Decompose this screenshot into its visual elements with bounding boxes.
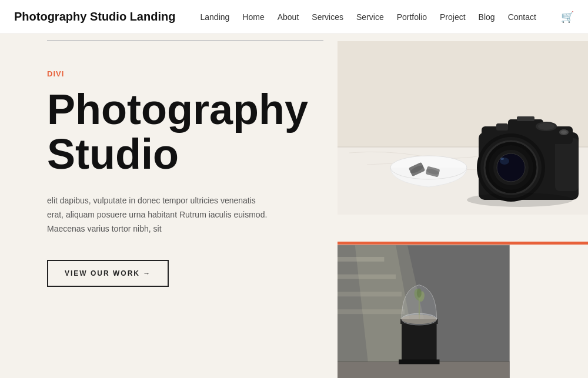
cart-icon[interactable]: 🛒 (561, 11, 574, 24)
nav-link-about[interactable]: About (278, 12, 299, 22)
nav-item-landing[interactable]: Landing (201, 12, 230, 22)
svg-rect-37 (338, 292, 402, 296)
svg-rect-12 (555, 138, 579, 191)
svg-rect-15 (517, 116, 534, 121)
nav-link-contact[interactable]: Contact (508, 12, 536, 22)
svg-point-48 (417, 289, 422, 298)
still-scene-svg (338, 245, 510, 378)
svg-point-49 (402, 315, 436, 324)
hero-title-line2: Studio (47, 131, 179, 178)
svg-rect-38 (338, 309, 405, 314)
nav-item-about[interactable]: About (278, 12, 299, 22)
photo-bottom (338, 245, 510, 378)
nav-item-portfolio[interactable]: Portfolio (397, 12, 427, 22)
nav-link-blog[interactable]: Blog (479, 12, 495, 22)
nav-item-project[interactable]: Project (440, 12, 466, 22)
nav-item-service[interactable]: Service (356, 12, 384, 22)
nav-links: Landing Home About Services Service Port… (201, 12, 536, 22)
nav-item-services[interactable]: Services (312, 12, 343, 22)
view-work-button[interactable]: VIEW OUR WORK → (47, 260, 169, 287)
svg-point-27 (500, 158, 504, 160)
navbar: Photography Studio Landing Landing Home … (0, 0, 588, 34)
hero-title-line1: Photography (47, 86, 308, 133)
nav-link-service[interactable]: Service (356, 12, 384, 22)
svg-point-31 (467, 193, 573, 207)
camera-photo (338, 41, 588, 215)
divi-label: DIVI (47, 69, 308, 78)
svg-point-30 (561, 131, 567, 134)
hero-section: DIVI Photography Studio elit dapibus, vu… (0, 34, 588, 378)
svg-rect-28 (496, 123, 508, 131)
nav-link-home[interactable]: Home (242, 12, 264, 22)
hero-description: elit dapibus, vulputate in donec tempor … (47, 194, 270, 236)
svg-rect-36 (338, 275, 396, 279)
hero-left-content: DIVI Photography Studio elit dapibus, vu… (0, 34, 338, 378)
nav-link-project[interactable]: Project (440, 12, 466, 22)
nav-link-landing[interactable]: Landing (201, 12, 230, 22)
nav-item-blog[interactable]: Blog (479, 12, 495, 22)
camera-scene-svg (338, 41, 588, 215)
nav-item-contact[interactable]: Contact (508, 12, 536, 22)
svg-rect-42 (399, 359, 439, 364)
still-photo (338, 245, 510, 378)
nav-link-services[interactable]: Services (312, 12, 343, 22)
nav-link-portfolio[interactable]: Portfolio (397, 12, 427, 22)
photo-top (338, 41, 588, 215)
orange-divider (338, 242, 588, 245)
svg-rect-41 (402, 321, 436, 362)
svg-rect-35 (338, 257, 384, 262)
nav-item-home[interactable]: Home (242, 12, 264, 22)
svg-point-17 (538, 123, 554, 130)
hero-title: Photography Studio (47, 88, 308, 176)
hero-right-images (338, 34, 588, 378)
brand-title: Photography Studio Landing (14, 10, 175, 24)
svg-rect-39 (338, 362, 510, 378)
